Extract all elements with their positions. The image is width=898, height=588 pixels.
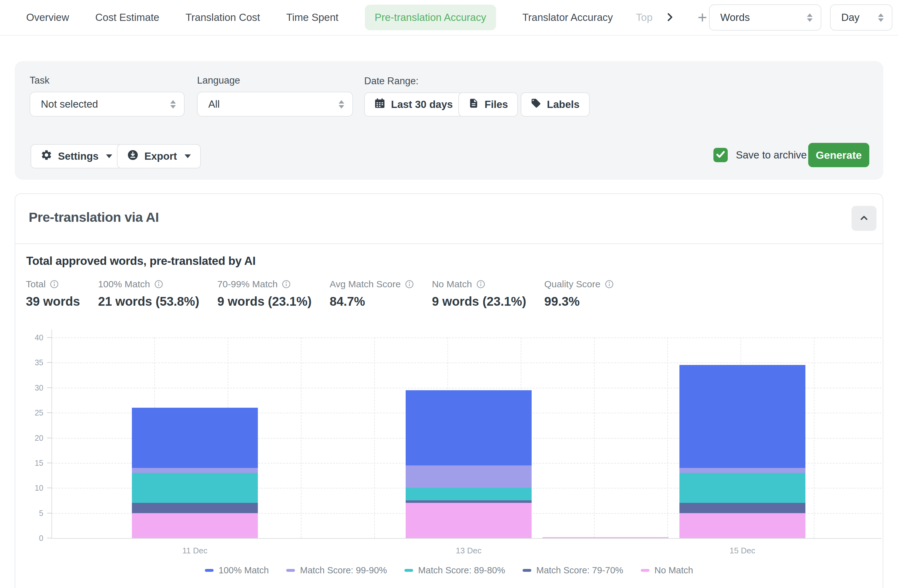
tab-time-spent[interactable]: Time Spent: [286, 12, 338, 23]
legend-label: Match Score: 79-70%: [536, 565, 623, 576]
y-axis-tickmark: [47, 538, 51, 539]
language-select[interactable]: All: [197, 92, 353, 117]
save-to-archive-checkbox[interactable]: [713, 148, 728, 162]
gridline-y-35: [52, 362, 881, 363]
period-select-value: Day: [841, 12, 860, 23]
tab-overflow: Top +: [636, 9, 709, 26]
bar-11-dec-match-score-89-80[interactable]: [132, 473, 258, 503]
files-button-label: Files: [484, 99, 508, 111]
bar-15-dec-match-score-89-80[interactable]: [680, 473, 806, 503]
save-to-archive-toggle[interactable]: Save to archive: [713, 148, 807, 162]
date-range-label: Date Range:: [364, 75, 418, 87]
gridline-x: [374, 337, 375, 538]
stat-value: 99.3%: [544, 294, 614, 308]
y-axis-tickmark: [47, 388, 51, 388]
info-icon[interactable]: [605, 280, 614, 289]
y-axis-tickmark: [47, 438, 51, 438]
date-range-button[interactable]: Last 30 days: [364, 92, 463, 117]
tab-overview[interactable]: Overview: [26, 12, 69, 23]
card-title: Pre-translation via AI: [29, 209, 159, 225]
tabs-scroll-right-button[interactable]: [664, 12, 675, 24]
filter-panel: Task Not selected Language All Date Rang…: [15, 61, 883, 180]
legend-item-match-score-79-70[interactable]: Match Score: 79-70%: [523, 565, 623, 576]
stat-avg-match-score: Avg Match Score84.7%: [329, 279, 414, 308]
generate-button[interactable]: Generate: [808, 143, 869, 167]
stat-100-match: 100% Match21 words (53.8%): [98, 279, 199, 308]
bar-13-dec-100-match[interactable]: [406, 390, 532, 465]
y-axis-tick-5: 5: [25, 508, 43, 517]
x-axis-tick-15-dec: 15 Dec: [730, 546, 755, 556]
y-axis-tick-30: 30: [25, 383, 43, 392]
legend-marker-match-score-89-80: [404, 569, 413, 572]
info-icon[interactable]: [282, 280, 291, 289]
tab-top-partial[interactable]: Top: [636, 12, 656, 23]
stat-value: 9 words (23.1%): [217, 294, 312, 308]
tab-translation-cost[interactable]: Translation Cost: [186, 12, 260, 23]
top-selects: Words Day: [709, 5, 892, 31]
legend-item-match-score-99-90[interactable]: Match Score: 99-90%: [286, 565, 387, 576]
bar-11-dec-no-match[interactable]: [132, 513, 258, 538]
stat-value: 39 words: [26, 294, 80, 308]
stat-70-99-match: 70-99% Match9 words (23.1%): [217, 279, 312, 308]
stat-label-row: 70-99% Match: [217, 279, 312, 289]
y-axis-tick-25: 25: [25, 408, 43, 417]
bar-13-dec-no-match[interactable]: [406, 503, 532, 538]
stat-quality-score: Quality Score99.3%: [544, 279, 614, 308]
export-button[interactable]: Export: [117, 144, 201, 168]
bar-11-dec-100-match[interactable]: [132, 408, 258, 468]
legend-item-no-match[interactable]: No Match: [641, 565, 693, 576]
legend-item-match-score-89-80[interactable]: Match Score: 89-80%: [404, 565, 505, 576]
stat-label: Avg Match Score: [329, 279, 401, 289]
x-axis-tick-13-dec: 13 Dec: [456, 546, 481, 556]
info-icon[interactable]: [50, 280, 58, 289]
stat-label-row: Quality Score: [544, 279, 614, 289]
tab-pre-translation-accuracy[interactable]: Pre-translation Accuracy: [365, 5, 497, 30]
task-select-value: Not selected: [41, 98, 98, 110]
y-axis-tick-10: 10: [25, 483, 43, 493]
add-tab-button[interactable]: +: [696, 9, 709, 26]
bar-13-dec-match-score-79-70[interactable]: [406, 500, 532, 503]
info-icon[interactable]: [405, 280, 414, 289]
unit-select-value: Words: [720, 12, 750, 23]
dashboard-page: OverviewCost EstimateTranslation CostTim…: [0, 0, 898, 588]
stat-label: No Match: [432, 279, 472, 289]
chevron-right-icon: [664, 12, 675, 24]
files-button[interactable]: Files: [458, 92, 518, 117]
y-axis-tick-35: 35: [25, 358, 43, 367]
tab-cost-estimate[interactable]: Cost Estimate: [95, 12, 159, 23]
stat-total: Total39 words: [26, 279, 80, 308]
bar-15-dec-no-match[interactable]: [680, 513, 806, 538]
bar-11-dec-match-score-99-90[interactable]: [132, 468, 258, 473]
chart-section-title: Total approved words, pre-translated by …: [26, 254, 256, 268]
legend-marker-100-match: [205, 569, 214, 572]
legend-label: Match Score: 89-80%: [418, 565, 505, 576]
unit-select[interactable]: Words: [709, 5, 821, 31]
period-select[interactable]: Day: [830, 5, 892, 31]
y-axis-tickmark: [47, 362, 51, 363]
bar-15-dec-match-score-99-90[interactable]: [680, 468, 806, 473]
y-axis-tickmark: [47, 513, 51, 513]
y-axis-tickmark: [47, 463, 51, 463]
bar-15-dec-100-match[interactable]: [680, 365, 806, 468]
bar-11-dec-match-score-79-70[interactable]: [132, 503, 258, 513]
legend-marker-match-score-79-70: [523, 569, 531, 572]
info-icon[interactable]: [477, 280, 485, 289]
tab-translator-accuracy[interactable]: Translator Accuracy: [522, 12, 613, 23]
info-icon[interactable]: [154, 280, 163, 289]
gridline-x: [814, 337, 815, 538]
task-select[interactable]: Not selected: [30, 92, 185, 117]
bar-13-dec-match-score-89-80[interactable]: [406, 488, 532, 500]
report-tabs: OverviewCost EstimateTranslation CostTim…: [26, 5, 613, 30]
settings-button[interactable]: Settings: [31, 144, 122, 168]
legend-item-100-match[interactable]: 100% Match: [205, 565, 269, 576]
bar-13-dec-match-score-99-90[interactable]: [406, 465, 532, 488]
date-range-value: Last 30 days: [391, 99, 453, 111]
stat-label-row: No Match: [432, 279, 526, 289]
y-axis-tick-15: 15: [25, 458, 43, 467]
bar-15-dec-match-score-79-70[interactable]: [680, 503, 806, 513]
tab-bar: OverviewCost EstimateTranslation CostTim…: [0, 0, 898, 35]
stats-row: Total39 words100% Match21 words (53.8%)7…: [26, 279, 614, 308]
select-arrows-icon: [338, 100, 344, 109]
collapse-card-button[interactable]: [852, 206, 876, 231]
labels-button[interactable]: Labels: [521, 92, 590, 117]
